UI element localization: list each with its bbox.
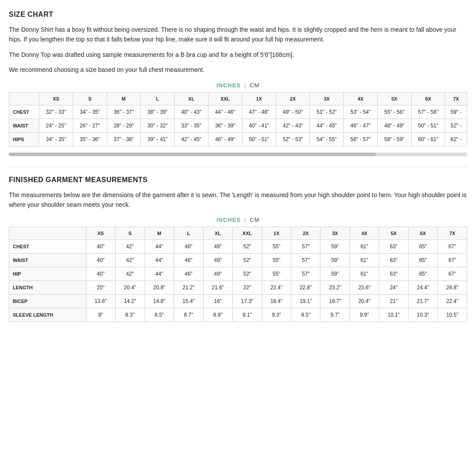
cell-r4-c4: 15.4" [174, 295, 203, 308]
cell-r2-c5: 49" [203, 267, 232, 281]
row-label: CHEST [9, 105, 39, 119]
cell-r0-c7: 47" - 48" [242, 105, 276, 119]
col-header-xs: XS [86, 227, 115, 240]
row-label: CHEST [9, 240, 86, 254]
cell-r2-c11: 63" [379, 267, 408, 281]
cell-r2-c12: 65" [408, 267, 437, 281]
cell-r3-c5: 21.6" [203, 281, 232, 295]
cell-r0-c7: 55" [262, 240, 291, 254]
cell-r1-c13: 52" - [445, 119, 467, 132]
cell-r0-c9: 59" [320, 240, 350, 254]
cell-r3-c3: 20.8" [145, 281, 174, 295]
cell-r3-c6: 22" [233, 281, 262, 295]
row-label: SLEEVE LENGTH [9, 308, 86, 322]
cell-r4-c9: 19.7" [320, 295, 350, 308]
cell-r4-c7: 18.4" [262, 295, 291, 308]
col-header-1x: 1X [242, 92, 276, 105]
row-label: LENGTH [9, 281, 86, 295]
cell-r0-c6: 52" [233, 240, 262, 254]
cell-r5-c12: 10.3" [408, 308, 437, 322]
size-chart-title: SIZE CHART [9, 11, 467, 19]
col-header-4x: 4X [344, 92, 378, 105]
cell-r2-c8: 52" - 53" [276, 132, 310, 146]
description-4: The measurements below are the dimension… [9, 190, 467, 210]
cell-r2-c4: 46" [174, 267, 203, 281]
cell-r1-c8: 42" - 43" [276, 119, 310, 132]
cell-r1-c4: 46" [174, 254, 203, 267]
table-row: LENGTH20"20.4"20.8"21.2"21.6"22"22.4"22.… [9, 281, 467, 295]
cm-label-2[interactable]: CM [250, 217, 260, 223]
cell-r2-c5: 42" - 45" [175, 132, 208, 146]
size-chart-table: XSSMLXLXXL1X2X3X4X5X6X7XCHEST32" - 33"34… [9, 92, 467, 146]
row-label: BICEP [9, 295, 86, 308]
unit-toggle-2[interactable]: INCHES | CM [9, 217, 467, 223]
table-row: HIP40"42"44"46"49"52"55"57"59"61"63"65"6… [9, 267, 467, 281]
cell-r0-c1: 40" [86, 240, 115, 254]
cell-r0-c6: 44" - 46" [208, 105, 242, 119]
cell-r1-c4: 30" - 32" [141, 119, 175, 132]
cell-r5-c13: 10.5" [438, 308, 467, 322]
cell-r1-c12: 65" [408, 254, 437, 267]
inches-label-1[interactable]: INCHES [216, 82, 241, 89]
cell-r1-c10: 46" - 47" [344, 119, 378, 132]
col-header-7x: 7X [438, 227, 467, 240]
cell-r4-c10: 20.4" [350, 295, 379, 308]
row-label: HIPS [9, 132, 39, 146]
cell-r0-c4: 46" [174, 240, 203, 254]
table-row: CHEST40"42"44"46"49"52"55"57"59"61"63"65… [9, 240, 467, 254]
col-header-5x: 5X [377, 92, 411, 105]
cell-r4-c1: 13.6" [86, 295, 115, 308]
col-header-5x: 5X [379, 227, 408, 240]
cm-label-1[interactable]: CM [250, 82, 260, 89]
cell-r1-c9: 59" [320, 254, 350, 267]
cell-r3-c11: 24" [379, 281, 408, 295]
cell-r1-c6: 52" [233, 254, 262, 267]
col-header-s: S [115, 227, 145, 240]
unit-toggle-1[interactable]: INCHES | CM [9, 82, 467, 89]
col-header-m: M [107, 92, 141, 105]
cell-r2-c1: 40" [86, 267, 115, 281]
col-header-m: M [145, 227, 174, 240]
garment-table-wrapper: XSSMLXLXXL1X2X3X4X5X6X7XCHEST40"42"44"46… [9, 227, 467, 326]
cell-r1-c2: 26" - 27" [73, 119, 107, 132]
col-header-6x: 6X [408, 227, 437, 240]
col-header-l: L [174, 227, 203, 240]
cell-r1-c3: 44" [145, 254, 174, 267]
cell-r4-c3: 14.8" [145, 295, 174, 308]
table-row: CHEST32" - 33"34" - 35"36" - 37"38" - 39… [9, 105, 467, 119]
cell-r3-c4: 21.2" [174, 281, 203, 295]
cell-r1-c11: 48" - 49" [377, 119, 411, 132]
scrollbar-1[interactable] [9, 153, 467, 156]
cell-r5-c3: 8.5" [145, 308, 174, 322]
cell-r5-c11: 10.1" [379, 308, 408, 322]
corner-header [9, 227, 86, 240]
garment-measurements-title: FINISHED GARMENT MEASUREMENTS [9, 176, 467, 184]
table-row: BICEP13.6"14.2"14.8"15.4"16"17.3"18.4"19… [9, 295, 467, 308]
inches-label-2[interactable]: INCHES [216, 217, 241, 223]
cell-r4-c13: 22.4" [438, 295, 467, 308]
cell-r5-c1: 8" [86, 308, 115, 322]
cell-r1-c6: 36" - 39" [208, 119, 242, 132]
cell-r3-c13: 24.8" [438, 281, 467, 295]
cell-r2-c9: 54" - 55" [310, 132, 344, 146]
cell-r2-c10: 61" [350, 267, 379, 281]
cell-r2-c8: 57" [291, 267, 320, 281]
cell-r2-c3: 37" - 38" [107, 132, 141, 146]
cell-r5-c2: 8.3" [115, 308, 145, 322]
col-header-2x: 2X [291, 227, 320, 240]
cell-r5-c10: 9.9" [350, 308, 379, 322]
cell-r0-c10: 61" [350, 240, 379, 254]
cell-r3-c8: 22.8" [291, 281, 320, 295]
col-header-xxl: XXL [233, 227, 262, 240]
cell-r0-c8: 57" [291, 240, 320, 254]
cell-r2-c6: 52" [233, 267, 262, 281]
cell-r0-c12: 57" - 58" [411, 105, 445, 119]
corner-header [9, 92, 39, 105]
cell-r5-c4: 8.7" [174, 308, 203, 322]
cell-r1-c5: 49" [203, 254, 232, 267]
col-header-6x: 6X [411, 92, 445, 105]
cell-r3-c2: 20.4" [115, 281, 145, 295]
cell-r2-c7: 55" [262, 267, 291, 281]
cell-r5-c6: 9.1" [233, 308, 262, 322]
table-row: SLEEVE LENGTH8"8.3"8.5"8.7"8.9"9.1"9.3"9… [9, 308, 467, 322]
